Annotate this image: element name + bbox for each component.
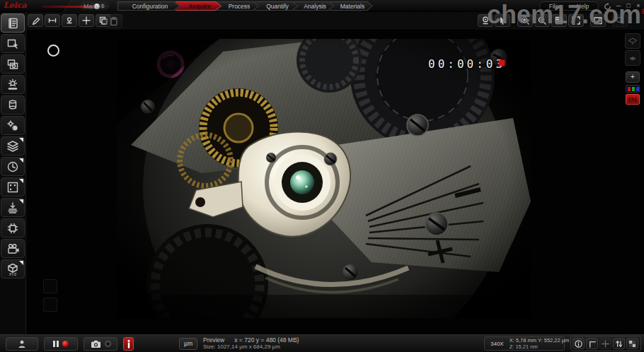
profile-select[interactable]: Main (79, 1, 109, 11)
live-view-canvas[interactable]: 00:00:03 + Ch1 (26, 30, 644, 334)
tab-analysis[interactable]: Analysis (293, 1, 334, 11)
tab-quantify[interactable]: Quantify (254, 1, 298, 11)
sidebar-item-illumination[interactable] (1, 75, 25, 94)
add-channel-button[interactable]: + (626, 71, 640, 83)
record-lamp-icon (62, 341, 69, 347)
sidebar-item-protocol[interactable] (1, 13, 25, 33)
sidebar-item-auto-image[interactable] (1, 34, 25, 53)
user-profile-button[interactable] (6, 337, 38, 351)
unit-button[interactable]: µm (179, 338, 197, 350)
center-crosshair-button[interactable] (599, 338, 611, 349)
stage-z-value: Z: 15,21 nm (510, 344, 570, 350)
stage-readouts: 340X X: 5,78 mm Y: 552,22 µm Z: 15,21 nm (484, 336, 565, 351)
clipboard-button[interactable] (105, 14, 122, 28)
dimmed-tool-icon (43, 298, 57, 312)
circle-annotation-overlay[interactable] (47, 45, 59, 57)
sidebar-item-layers[interactable] (1, 136, 25, 156)
z-range-button[interactable] (613, 338, 625, 349)
preview-size: Size: 1027,14 µm x 684,29 µm (203, 344, 299, 351)
vendor-watermark: chem17.com® (487, 0, 644, 30)
sidebar-item-xyz-stage[interactable]: XYZ (1, 259, 25, 278)
tab-configuration[interactable]: Configuration (117, 1, 180, 11)
point-marker-button[interactable] (62, 14, 77, 27)
magnification-value: 340X (490, 341, 504, 347)
recording-indicator-icon (499, 60, 505, 66)
status-bar: µm Previewx = 720 y = 480 (48 MB) Size: … (0, 334, 644, 352)
sidebar-item-video[interactable] (1, 239, 25, 258)
tab-materials[interactable]: Materials (329, 1, 373, 11)
corner-badge (19, 138, 23, 142)
sidebar-item-exposure[interactable] (1, 116, 25, 135)
corner-badge (19, 199, 23, 204)
statusbar-tools (570, 336, 641, 351)
corner-badge (19, 179, 23, 183)
brand-logo: Leica (4, 1, 27, 10)
preview-readout: Previewx = 720 y = 480 (48 MB) Size: 102… (203, 336, 299, 351)
sidebar-item-hardware[interactable] (1, 218, 25, 237)
info-icon (126, 339, 132, 349)
stage-xy-value: X: 5,78 mm Y: 552,22 µm (510, 337, 570, 344)
corner-badge (19, 158, 23, 163)
application-window: Leica Main Configuration Acquire Process (0, 0, 644, 352)
registered-mark: ® (641, 8, 644, 16)
channel-rail: + Ch1 (624, 32, 641, 106)
topography-view-button[interactable] (625, 33, 640, 49)
preview-label: Preview (203, 336, 224, 344)
checker-icon (628, 339, 637, 348)
pause-record-button[interactable] (44, 337, 78, 351)
spinner-arrows-icon[interactable] (100, 4, 105, 8)
alert-info-button[interactable] (123, 337, 134, 351)
crop-corner-button[interactable] (586, 338, 598, 349)
workflow-tabs: Configuration Acquire Process Quantify A… (117, 1, 373, 11)
tab-process[interactable]: Process (217, 1, 259, 11)
snapshot-button[interactable] (84, 337, 117, 351)
camera-icon (91, 340, 101, 348)
pause-icon (53, 341, 59, 347)
preview-dimensions: x = 720 y = 480 (48 MB) (234, 336, 299, 344)
sidebar-item-camera-gallery[interactable] (1, 54, 25, 74)
sidebar-item-timelapse[interactable] (1, 157, 25, 176)
specimen-image (117, 39, 531, 318)
crosshair-button[interactable] (79, 14, 94, 27)
recording-timer: 00:00:03 (428, 57, 505, 71)
left-sidebar: XYZ (0, 12, 26, 334)
dimmed-tool-icon (43, 279, 57, 293)
sidebar-item-stage[interactable] (1, 177, 25, 196)
channel-histogram-thumbnail[interactable] (626, 85, 640, 93)
tab-acquire[interactable]: Acquire (175, 1, 222, 11)
snapshot-lamp-icon (105, 341, 111, 347)
channel-ch1-button[interactable]: Ch1 (626, 94, 640, 105)
image-info-button[interactable] (573, 338, 585, 349)
plane-view-button[interactable] (625, 50, 640, 66)
corner-badge (19, 261, 23, 265)
sidebar-item-export[interactable] (1, 198, 25, 217)
xyz-icon-label: XYZ (9, 272, 17, 276)
pixel-grid-button[interactable] (626, 338, 638, 349)
sidebar-item-objective[interactable] (1, 95, 25, 115)
draw-pen-button[interactable] (28, 14, 43, 27)
profile-select-value: Main (84, 3, 98, 10)
measure-line-button[interactable] (45, 14, 60, 27)
